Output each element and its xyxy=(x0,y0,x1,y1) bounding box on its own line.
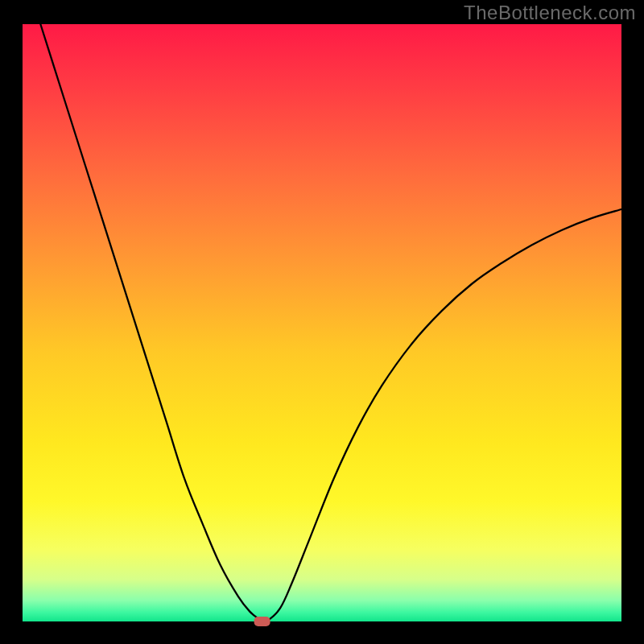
bottleneck-chart xyxy=(0,0,644,644)
watermark-label: TheBottleneck.com xyxy=(464,2,636,24)
chart-container: TheBottleneck.com xyxy=(0,0,644,644)
optimal-marker xyxy=(254,617,270,626)
plot-area xyxy=(23,24,621,621)
